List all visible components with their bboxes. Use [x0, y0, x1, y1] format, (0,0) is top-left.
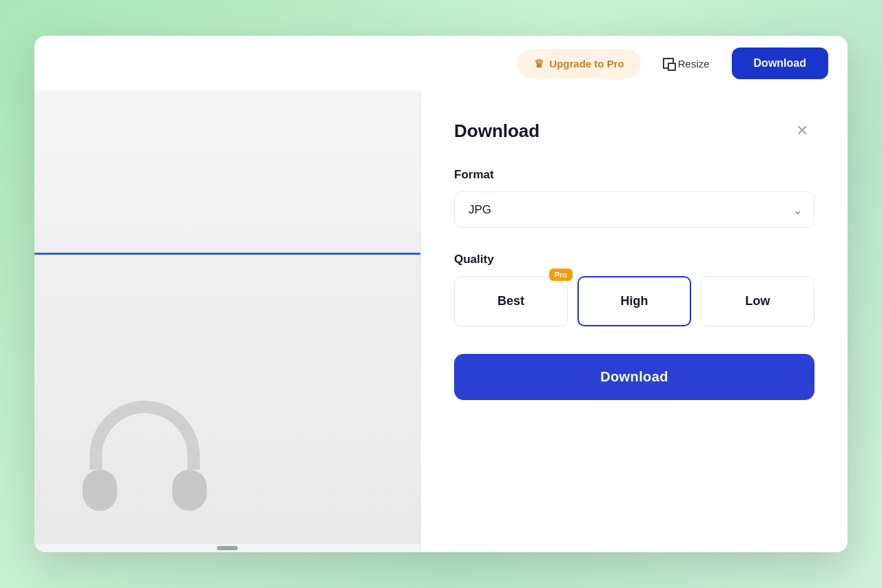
- quality-high-label: High: [621, 294, 648, 308]
- canvas-content: [34, 91, 434, 552]
- quality-options: Best Pro High Low: [454, 276, 814, 326]
- headphone-image: [76, 373, 214, 511]
- panel-title: Download: [454, 120, 540, 142]
- download-panel: Download ✕ Format JPG PNG WEBP SVG PDF ⌄…: [420, 91, 848, 552]
- download-action-button[interactable]: Download: [454, 354, 814, 400]
- download-header-button[interactable]: Download: [732, 48, 828, 79]
- quality-low-button[interactable]: Low: [701, 276, 814, 326]
- quality-high-button[interactable]: High: [577, 276, 691, 326]
- panel-header: Download ✕: [454, 118, 814, 143]
- upgrade-label: Upgrade to Pro: [549, 58, 624, 70]
- format-label: Format: [454, 168, 814, 182]
- resize-button[interactable]: Resize: [652, 50, 721, 78]
- crown-icon: ♛: [534, 57, 544, 70]
- headphone-right-cup: [172, 470, 207, 511]
- quality-best-button[interactable]: Best Pro: [454, 276, 568, 326]
- resize-icon: [663, 58, 674, 69]
- format-select-wrapper: JPG PNG WEBP SVG PDF ⌄: [454, 191, 814, 228]
- format-section: Format JPG PNG WEBP SVG PDF ⌄: [454, 168, 814, 253]
- quality-low-label: Low: [746, 294, 770, 308]
- blue-line-indicator: [34, 253, 434, 255]
- resize-label: Resize: [678, 58, 710, 70]
- quality-best-label: Best: [498, 294, 524, 308]
- format-select[interactable]: JPG PNG WEBP SVG PDF: [454, 191, 814, 228]
- upgrade-to-pro-button[interactable]: ♛ Upgrade to Pro: [517, 49, 640, 78]
- pro-badge: Pro: [549, 269, 573, 281]
- quality-label: Quality: [454, 253, 814, 266]
- scrollbar-thumb: [217, 546, 238, 550]
- headphone-left-cup: [83, 470, 117, 511]
- headphone-arc: [90, 401, 200, 470]
- toolbar: ♛ Upgrade to Pro Resize Download: [34, 36, 848, 91]
- close-panel-button[interactable]: ✕: [790, 118, 814, 143]
- canvas-scrollbar[interactable]: [34, 544, 420, 552]
- app-container: ♛ Upgrade to Pro Resize Download Downl: [34, 36, 848, 552]
- quality-section: Quality Best Pro High Low: [454, 253, 814, 354]
